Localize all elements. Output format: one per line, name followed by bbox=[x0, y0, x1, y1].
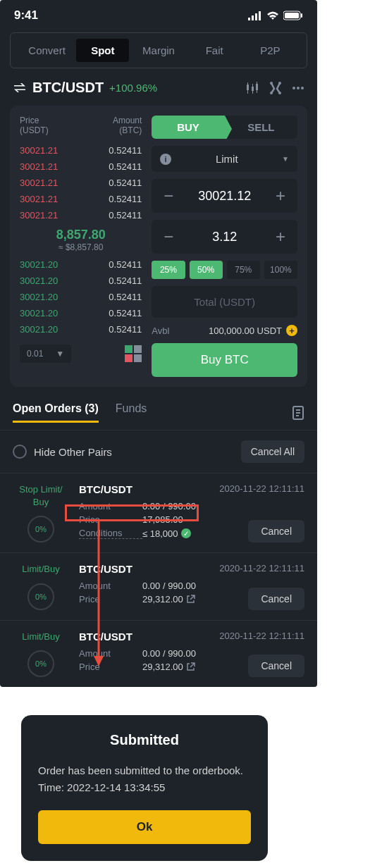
minus-button[interactable]: − bbox=[160, 187, 177, 204]
bid-row[interactable]: 30021.200.52411 bbox=[20, 321, 142, 337]
info-icon: i bbox=[160, 154, 171, 165]
chevron-down-icon: ▼ bbox=[56, 349, 64, 359]
order-type-label: Limit/Buy bbox=[13, 631, 69, 643]
tab-fait[interactable]: Fait bbox=[188, 39, 241, 62]
wifi-icon bbox=[266, 11, 279, 20]
price-input[interactable]: − 30021.12 + bbox=[152, 179, 297, 213]
share-icon[interactable] bbox=[186, 662, 195, 671]
bid-row[interactable]: 30021.200.52411 bbox=[20, 305, 142, 321]
svg-point-13 bbox=[270, 82, 273, 85]
history-icon[interactable] bbox=[292, 406, 304, 420]
hide-pairs-label: Hide Other Pairs bbox=[34, 446, 112, 458]
svg-rect-6 bbox=[301, 13, 302, 18]
pair-change: +100.96% bbox=[109, 82, 157, 94]
order-time: 2020-11-22 12:11:11 bbox=[219, 563, 304, 575]
bid-row[interactable]: 30021.200.52411 bbox=[20, 289, 142, 305]
mid-price[interactable]: 8,857.80 ≈ $8,857.80 bbox=[20, 228, 142, 252]
svg-marker-27 bbox=[94, 656, 104, 666]
svg-point-14 bbox=[278, 82, 281, 85]
dialog-title: Submitted bbox=[38, 732, 251, 748]
cancel-button[interactable]: Cancel bbox=[248, 588, 304, 610]
buy-button[interactable]: Buy BTC bbox=[152, 343, 297, 377]
tab-spot[interactable]: Spot bbox=[76, 39, 129, 62]
cancel-all-button[interactable]: Cancel All bbox=[241, 440, 304, 463]
more-icon[interactable] bbox=[292, 82, 304, 94]
svg-rect-8 bbox=[247, 82, 248, 94]
orderbook-view-icon[interactable] bbox=[125, 345, 142, 362]
strategy-icon[interactable] bbox=[269, 82, 282, 94]
orderbook: Price(USDT) Amount(BTC) 30021.210.52411 … bbox=[20, 116, 142, 377]
order-item: Stop Limit/ Buy 0% BTC/USDT 2020-11-22 1… bbox=[0, 473, 317, 552]
check-icon: ✓ bbox=[181, 528, 191, 538]
order-fill-pct: 0% bbox=[27, 516, 54, 542]
svg-rect-2 bbox=[255, 13, 257, 20]
pct-100[interactable]: 100% bbox=[264, 261, 297, 279]
pair-header: BTC/USDT +100.96% bbox=[0, 74, 317, 106]
pct-75[interactable]: 75% bbox=[227, 261, 260, 279]
order-item: Limit/Buy 0% BTC/USDT 2020-11-22 12:11:1… bbox=[0, 552, 317, 619]
tick-select[interactable]: 0.01▼ bbox=[20, 345, 71, 363]
candles-icon[interactable] bbox=[245, 82, 259, 94]
ok-button[interactable]: Ok bbox=[38, 810, 251, 844]
svg-point-17 bbox=[292, 87, 295, 89]
tab-p2p[interactable]: P2P bbox=[244, 39, 297, 62]
swap-icon[interactable] bbox=[13, 82, 27, 94]
bid-row[interactable]: 30021.200.52411 bbox=[20, 256, 142, 273]
svg-rect-0 bbox=[248, 18, 250, 20]
battery-icon bbox=[283, 11, 303, 20]
order-type-select[interactable]: i Limit ▼ bbox=[152, 146, 297, 172]
order-fill-pct: 0% bbox=[27, 650, 54, 677]
svg-point-18 bbox=[297, 87, 300, 89]
svg-point-19 bbox=[301, 87, 304, 89]
svg-point-15 bbox=[270, 92, 273, 94]
tab-convert[interactable]: Convert bbox=[20, 39, 73, 62]
order-type-label: Stop Limit/ Buy bbox=[13, 483, 69, 509]
order-fill-pct: 0% bbox=[27, 583, 54, 610]
order-time: 2020-11-22 12:11:11 bbox=[219, 631, 304, 643]
avbl-value: 100,000.00 USDT bbox=[209, 326, 282, 336]
submitted-dialog: Submitted Order has been submitted to th… bbox=[21, 715, 268, 861]
trade-form: BUY SELL i Limit ▼ − 30021.12 + − 3.12 +… bbox=[152, 116, 297, 377]
ob-amount-label: Amount bbox=[113, 116, 142, 125]
svg-point-16 bbox=[278, 92, 281, 94]
tab-margin[interactable]: Margin bbox=[132, 39, 185, 62]
amount-input[interactable]: − 3.12 + bbox=[152, 220, 297, 254]
status-bar: 9:41 bbox=[0, 0, 317, 27]
dialog-time: Time: 2022-12-14 13:34:55 bbox=[38, 779, 251, 796]
order-type-label: Limit/Buy bbox=[13, 563, 69, 576]
signal-icon bbox=[248, 11, 262, 20]
cancel-button[interactable]: Cancel bbox=[248, 655, 304, 677]
pair-name[interactable]: BTC/USDT bbox=[32, 80, 104, 96]
ask-row[interactable]: 30021.210.52411 bbox=[20, 207, 142, 223]
status-icons bbox=[248, 11, 303, 20]
order-item: Limit/Buy 0% BTC/USDT 2020-11-22 12:11:1… bbox=[0, 620, 317, 687]
minus-button[interactable]: − bbox=[160, 228, 177, 245]
ob-price-label: Price bbox=[20, 116, 49, 125]
mode-tabs: Convert Spot Margin Fait P2P bbox=[10, 32, 307, 68]
buy-tab[interactable]: BUY bbox=[152, 116, 224, 139]
deposit-icon[interactable]: + bbox=[286, 325, 297, 336]
svg-rect-3 bbox=[259, 11, 261, 20]
sell-tab[interactable]: SELL bbox=[225, 116, 297, 139]
ask-row[interactable]: 30021.210.52411 bbox=[20, 142, 142, 159]
funds-tab[interactable]: Funds bbox=[116, 402, 147, 423]
ask-row[interactable]: 30021.210.52411 bbox=[20, 191, 142, 207]
ob-amount-unit: (BTC) bbox=[113, 125, 142, 135]
total-input[interactable]: Total (USDT) bbox=[152, 286, 297, 318]
open-orders-tab[interactable]: Open Orders (3) bbox=[13, 402, 99, 423]
svg-text:i: i bbox=[165, 155, 167, 163]
pct-50[interactable]: 50% bbox=[190, 261, 223, 279]
share-icon[interactable] bbox=[186, 595, 195, 604]
pct-25[interactable]: 25% bbox=[152, 261, 185, 279]
plus-button[interactable]: + bbox=[272, 187, 289, 204]
bid-row[interactable]: 30021.200.52411 bbox=[20, 273, 142, 289]
status-time: 9:41 bbox=[14, 8, 38, 23]
ob-price-unit: (USDT) bbox=[20, 125, 49, 135]
hide-pairs-radio[interactable] bbox=[13, 445, 27, 459]
plus-button[interactable]: + bbox=[272, 228, 289, 245]
avbl-label: Avbl bbox=[152, 326, 169, 336]
ask-row[interactable]: 30021.210.52411 bbox=[20, 175, 142, 191]
svg-rect-10 bbox=[252, 84, 253, 94]
cancel-button[interactable]: Cancel bbox=[248, 520, 304, 542]
ask-row[interactable]: 30021.210.52411 bbox=[20, 159, 142, 175]
